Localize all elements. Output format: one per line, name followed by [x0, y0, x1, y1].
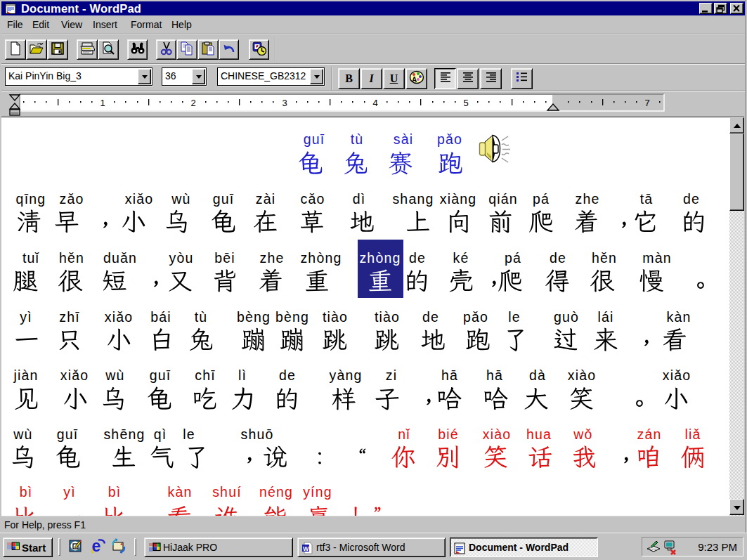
svg-text:shang: shang [392, 191, 434, 207]
svg-text:qīng: qīng [16, 191, 46, 207]
svg-text:zhe: zhe [575, 191, 599, 207]
svg-text:hěn: hěn [59, 250, 84, 266]
svg-text:zǎo: zǎo [59, 191, 84, 207]
svg-text:yàng: yàng [329, 367, 362, 383]
svg-text:pǎo: pǎo [437, 131, 462, 147]
svg-text:zài: zài [256, 191, 276, 207]
svg-text:xiǎo: xiǎo [663, 367, 691, 383]
svg-text:5: 5 [463, 98, 468, 108]
svg-text:guī: guī [150, 367, 171, 383]
svg-text:de: de [683, 191, 700, 207]
svg-text:zhòng: zhòng [359, 250, 401, 266]
svg-text:A: A [412, 76, 417, 84]
svg-text:tiào: tiào [323, 309, 348, 325]
svg-text:néng: néng [259, 484, 293, 500]
svg-text:liǎ: liǎ [684, 426, 701, 442]
svg-text:sài: sài [394, 131, 414, 147]
svg-text:yì: yì [20, 309, 32, 325]
svg-text:duǎn: duǎn [103, 250, 137, 266]
svg-text:yì: yì [63, 484, 76, 500]
svg-text:hā: hā [441, 367, 458, 383]
svg-text:W: W [303, 545, 309, 552]
svg-text:shēng: shēng [103, 426, 145, 442]
svg-text:de: de [409, 250, 426, 266]
svg-text:bié: bié [438, 426, 459, 442]
svg-text:de: de [550, 250, 566, 266]
svg-text:yòu: yòu [169, 250, 193, 266]
svg-text:shuō: shuō [240, 426, 273, 442]
svg-text:tù: tù [195, 309, 208, 325]
svg-text:guī: guī [304, 131, 325, 147]
svg-text:guī: guī [57, 426, 79, 442]
svg-text:zi: zi [386, 367, 397, 383]
svg-text:wù: wù [13, 426, 32, 442]
svg-text:nǐ: nǐ [398, 426, 410, 442]
svg-text:xiǎo: xiǎo [125, 191, 154, 207]
svg-text:bēi: bēi [214, 250, 235, 266]
svg-text:guò: guò [554, 309, 579, 325]
svg-text:cǎo: cǎo [300, 191, 325, 207]
svg-text:kàn: kàn [666, 309, 691, 325]
svg-text:xiào: xiào [568, 367, 597, 383]
svg-text:qì: qì [154, 426, 167, 442]
svg-text:pá: pá [533, 191, 550, 207]
svg-text:pǎo: pǎo [463, 309, 488, 325]
svg-text:qián: qián [488, 191, 518, 207]
svg-text:bèng: bèng [275, 309, 309, 325]
svg-text:zhòng: zhòng [300, 250, 342, 266]
svg-text:ké: ké [453, 250, 469, 266]
svg-text:hā: hā [486, 367, 503, 383]
svg-text:wǒ: wǒ [573, 426, 592, 442]
svg-text:zhe: zhe [259, 250, 284, 266]
svg-text:bèng: bèng [237, 309, 271, 325]
svg-text:tiào: tiào [375, 309, 400, 325]
svg-text:lái: lái [597, 309, 613, 325]
svg-text:chī: chī [195, 367, 216, 383]
svg-text:de: de [422, 309, 439, 325]
svg-text:le: le [508, 309, 521, 325]
svg-text:hua: hua [526, 426, 552, 442]
svg-text:pá: pá [505, 250, 521, 266]
svg-text:tā: tā [640, 191, 654, 207]
svg-text:wù: wù [105, 367, 124, 383]
svg-text:shuí: shuí [212, 484, 242, 500]
svg-text:1: 1 [100, 98, 105, 108]
svg-text:7: 7 [644, 98, 649, 108]
svg-text:zhī: zhī [59, 309, 80, 325]
svg-text:xiàng: xiàng [440, 191, 477, 207]
svg-text:màn: màn [642, 250, 672, 266]
svg-text:jiàn: jiàn [13, 367, 38, 383]
svg-text:le: le [183, 426, 195, 442]
svg-text:3: 3 [282, 98, 287, 108]
svg-text:tuǐ: tuǐ [22, 250, 40, 266]
svg-text:xiào: xiào [483, 426, 512, 442]
svg-text:de: de [279, 367, 296, 383]
svg-text:wù: wù [171, 191, 190, 207]
svg-text:2: 2 [190, 98, 195, 108]
svg-text:dì: dì [353, 191, 366, 207]
svg-text:bì: bì [108, 484, 122, 500]
svg-text:bái: bái [150, 309, 171, 325]
svg-text:zán: zán [637, 426, 661, 442]
svg-text:kàn: kàn [167, 484, 192, 500]
svg-text:lì: lì [238, 367, 247, 383]
svg-text:4: 4 [372, 98, 377, 108]
svg-text:guī: guī [213, 191, 235, 207]
svg-text:hěn: hěn [592, 250, 617, 266]
svg-text:tù: tù [351, 131, 364, 147]
svg-text:dà: dà [529, 367, 546, 383]
svg-text:bì: bì [20, 484, 33, 500]
svg-text:xiǎo: xiǎo [105, 309, 134, 325]
svg-text:yíng: yíng [303, 484, 332, 500]
svg-text:xiǎo: xiǎo [60, 367, 89, 383]
